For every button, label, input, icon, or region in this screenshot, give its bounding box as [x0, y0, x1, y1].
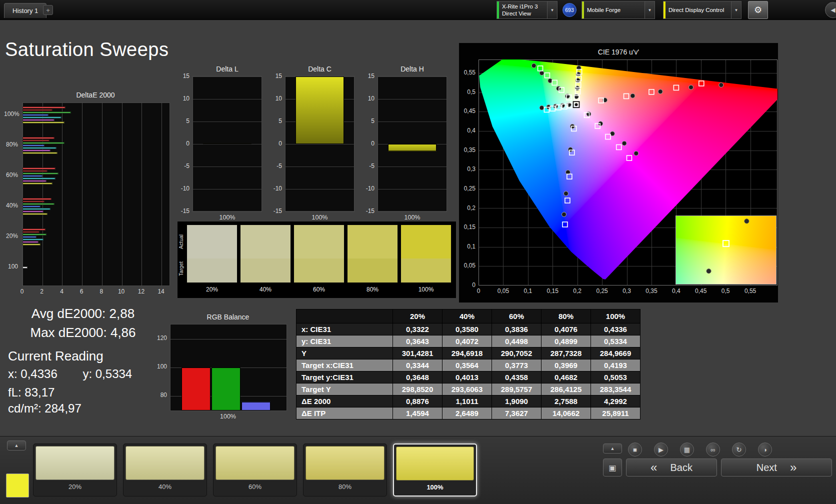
active-color-swatch[interactable] — [6, 474, 29, 498]
table-row-label: y: CIE31 — [296, 336, 392, 347]
delta-y-tick: 15 — [364, 72, 374, 80]
stop-icon[interactable]: ■ — [628, 442, 642, 456]
save-icon[interactable]: ▦ — [680, 442, 694, 456]
saturation-level-button-40%[interactable]: 40% — [123, 444, 207, 496]
cie-y-tick: 0,4 — [459, 127, 476, 134]
table-cell: 7,3627 — [492, 408, 541, 419]
deltae-x-tick: 6 — [76, 288, 88, 295]
table-row-label: Target Y — [296, 384, 392, 395]
rgb-balance-y-axis: 12010080 — [156, 324, 168, 410]
cie-x-tick: 0 — [471, 288, 486, 294]
saturation-level-button-60%[interactable]: 60% — [213, 444, 297, 496]
gear-icon[interactable]: ⚙ — [748, 1, 768, 19]
delta-h-chart: Delta H 151050-5-10-15 100% — [364, 65, 448, 221]
max-de2000-readout: Max dE2000: 4,86 — [18, 325, 148, 340]
expand-up-icon[interactable]: ▲ — [603, 444, 622, 454]
fl-readout: fL: 83,17 — [8, 386, 54, 400]
rgb-balance-chart: RGB Balance 12010080 100% — [156, 313, 287, 416]
cd-value: 284,97 — [44, 402, 81, 415]
rgb-y-tick: 120 — [156, 334, 167, 342]
table-cell: 0,4682 — [542, 372, 590, 383]
avg-de2000-label: Avg dE2000: — [32, 306, 106, 321]
source-dropdown-body: Mobile Forge — [584, 2, 644, 18]
play-icon[interactable]: ▶ — [654, 442, 668, 456]
delta-y-tick: -5 — [178, 162, 190, 170]
delta-y-tick: 10 — [271, 95, 282, 102]
delta-y-tick: 5 — [364, 118, 374, 124]
display-window-button[interactable]: ▣ — [603, 458, 622, 476]
saturation-level-swatch — [396, 446, 474, 480]
table-cell: 289,5757 — [492, 384, 541, 395]
table-row-label: x: CIE31 — [296, 324, 392, 335]
saturation-level-button-80%[interactable]: 80% — [303, 444, 387, 496]
table-cell: 0,8876 — [393, 396, 442, 407]
table-cell: 2,7588 — [542, 396, 590, 407]
rgb-balance-canvas — [170, 324, 287, 411]
deltae-x-tick: 10 — [116, 288, 128, 295]
table-header-cell: 40% — [442, 310, 492, 323]
saturation-level-label: 40% — [126, 483, 204, 490]
saturation-swatch — [294, 224, 344, 283]
refresh-icon[interactable]: ↻ — [732, 442, 746, 456]
table-header-cell — [296, 310, 392, 323]
delta-h-x-label: 100% — [378, 214, 447, 221]
chevron-down-icon[interactable]: ▼ — [644, 2, 654, 18]
deltae-y-tick: 80% — [4, 141, 18, 148]
back-button[interactable]: « Back — [626, 458, 717, 476]
contrast-icon[interactable]: ◑ — [758, 442, 772, 456]
delta-y-tick: 0 — [271, 140, 282, 147]
table-cell: 294,6918 — [442, 348, 492, 359]
collapse-panel-icon[interactable]: ◀ — [825, 2, 836, 18]
delta-y-tick: 5 — [271, 118, 282, 124]
delta-l-y-axis: 151050-5-10-15 — [178, 76, 190, 212]
delta-l-chart-title: Delta L — [192, 65, 262, 73]
cie-x-tick: 0,55 — [743, 288, 758, 294]
table-cell: 287,7328 — [542, 348, 590, 359]
page-title: Saturation Sweeps — [5, 39, 168, 60]
target-row-label: Target — [178, 254, 186, 282]
next-arrows-icon: » — [790, 460, 796, 474]
table-row-label: Y — [296, 348, 392, 359]
table-cell: 0,3773 — [492, 360, 541, 371]
tab-history[interactable]: History 1 — [4, 3, 46, 18]
loop-icon[interactable]: ∞ — [706, 442, 720, 456]
deltae-x-tick: 12 — [135, 288, 147, 295]
table-row-label: Target y:CIE31 — [296, 372, 392, 383]
next-label: Next — [756, 462, 777, 474]
display-control-dropdown[interactable]: Direct Display Control ▼ — [663, 1, 742, 19]
table-cell: 0,4899 — [542, 336, 590, 347]
y-label: y: — [82, 367, 92, 380]
table-cell: 0,5053 — [591, 372, 640, 383]
saturation-swatch — [186, 224, 238, 283]
delta-y-tick: -15 — [364, 208, 374, 214]
saturation-level-button-20%[interactable]: 20% — [33, 444, 117, 496]
delta-c-x-label: 100% — [285, 214, 354, 221]
top-bar: History 1 + X-Rite i1Pro 3 Direct View ▼… — [0, 0, 836, 20]
cie-y-tick: 0,2 — [459, 204, 476, 212]
saturation-swatch-label: 100% — [400, 286, 452, 293]
deltae-x-tick: 0 — [16, 288, 28, 295]
meter-dropdown[interactable]: X-Rite i1Pro 3 Direct View ▼ — [496, 1, 558, 19]
current-reading-heading: Current Reading — [8, 348, 104, 364]
delta-l-chart-canvas — [192, 76, 262, 212]
rgb-balance-title: RGB Balance — [170, 313, 286, 321]
saturation-swatch — [240, 224, 291, 283]
x-value: 0,4336 — [20, 367, 57, 380]
chevron-down-icon[interactable]: ▼ — [547, 2, 557, 18]
source-dropdown[interactable]: Mobile Forge ▼ — [582, 1, 655, 19]
max-de2000-label: Max dE2000: — [30, 325, 106, 340]
deltae-x-tick: 8 — [96, 288, 108, 295]
delta-y-tick: -10 — [271, 185, 282, 192]
y-value: 0,5334 — [96, 367, 132, 380]
next-button[interactable]: Next » — [721, 458, 832, 476]
saturation-level-label: 80% — [306, 483, 384, 490]
add-tab-button[interactable]: + — [43, 5, 53, 15]
chevron-down-icon[interactable]: ▼ — [731, 2, 741, 18]
expand-up-icon[interactable]: ▲ — [7, 440, 26, 450]
delta-y-tick: -15 — [178, 208, 190, 214]
meter-name: X-Rite i1Pro 3 — [502, 3, 544, 10]
table-cell: 0,4358 — [492, 372, 541, 383]
table-header-cell: 20% — [393, 310, 442, 323]
saturation-level-button-100%[interactable]: 100% — [393, 444, 477, 496]
cie-y-axis: 00,050,10,150,20,250,30,350,40,450,50,55 — [459, 60, 477, 286]
